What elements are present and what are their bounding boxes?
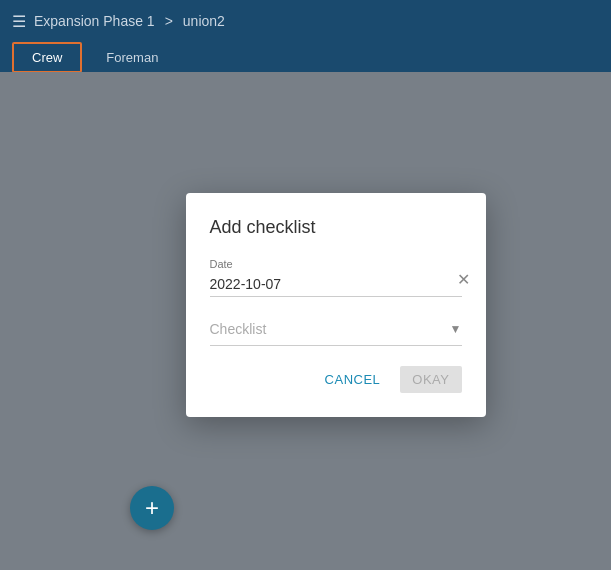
checklist-select[interactable]: Checklist ▼ xyxy=(210,313,462,346)
date-label: Date xyxy=(210,258,462,270)
dialog-title: Add checklist xyxy=(210,217,462,238)
date-field: Date 2022-10-07 ✕ xyxy=(210,258,462,297)
cancel-button[interactable]: CANCEL xyxy=(313,366,393,393)
chevron-down-icon: ▼ xyxy=(450,322,462,336)
clear-date-icon[interactable]: ✕ xyxy=(457,270,470,289)
dialog-overlay: Add checklist Date 2022-10-07 ✕ Checklis… xyxy=(0,0,611,570)
dialog-actions: CANCEL OKAY xyxy=(210,366,462,393)
okay-button[interactable]: OKAY xyxy=(400,366,461,393)
date-value: 2022-10-07 xyxy=(210,276,282,292)
add-checklist-dialog: Add checklist Date 2022-10-07 ✕ Checklis… xyxy=(186,193,486,417)
checklist-placeholder: Checklist xyxy=(210,321,267,337)
date-value-row: 2022-10-07 ✕ xyxy=(210,272,462,297)
